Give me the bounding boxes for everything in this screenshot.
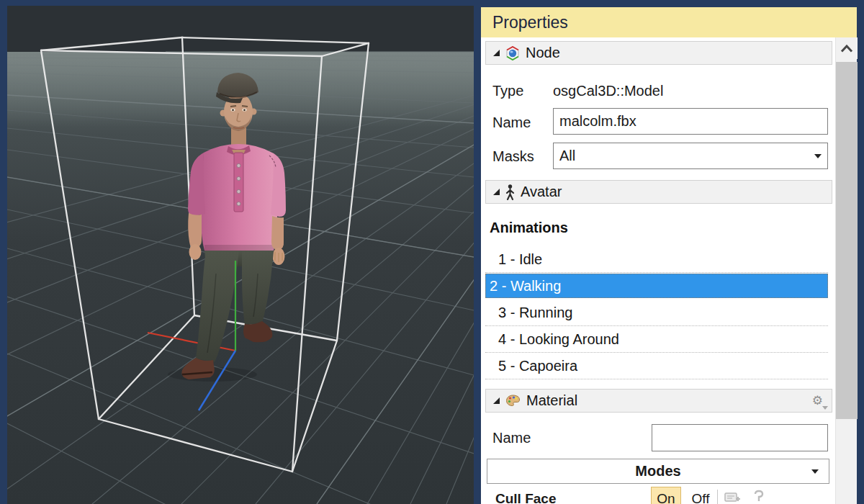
node-icon (505, 46, 520, 60)
animation-item[interactable]: 1 - Idle (485, 246, 828, 273)
name-label: Name (492, 114, 531, 131)
masks-label: Masks (492, 148, 534, 165)
animation-label: 2 - Walking (490, 278, 561, 294)
inherit-icon[interactable] (724, 491, 742, 504)
avatar-icon (505, 184, 515, 200)
3d-viewport[interactable] (7, 6, 474, 504)
animation-label: 1 - Idle (498, 251, 542, 268)
properties-panel: Node Type osgCal3D::Model Name Masks All… (481, 37, 835, 504)
cull-face-off-button[interactable]: Off (687, 487, 714, 504)
animation-item-selected[interactable]: 2 - Walking (485, 274, 828, 298)
animations-list: 1 - Idle 2 - Walking 3 - Running 4 - Loo… (485, 246, 828, 379)
modes-dropdown[interactable]: Modes (487, 459, 829, 484)
section-label-material: Material (526, 392, 577, 409)
properties-title-bar: Properties (481, 7, 857, 37)
section-header-material[interactable]: Material ⚙ (485, 389, 832, 413)
material-name-label: Name (492, 430, 531, 446)
on-label: On (657, 491, 675, 504)
chevron-up-icon (840, 45, 853, 53)
expander-icon[interactable] (493, 397, 500, 404)
scroll-up-button[interactable] (836, 37, 858, 59)
material-settings-button[interactable]: ⚙ (812, 395, 823, 407)
expander-icon[interactable] (493, 189, 500, 195)
cull-face-on-button[interactable]: On (651, 487, 681, 504)
gear-icon: ⚙ (812, 394, 823, 408)
sky (7, 6, 474, 52)
material-palette-icon (505, 395, 521, 407)
section-label-avatar: Avatar (521, 184, 562, 200)
off-label: Off (692, 491, 710, 504)
material-name-input[interactable] (652, 424, 828, 451)
animation-item[interactable]: 4 - Looking Around (485, 326, 828, 353)
3d-scene (7, 6, 474, 504)
animation-label: 5 - Capoeira (498, 358, 577, 374)
section-label-node: Node (526, 45, 560, 61)
scrollbar-thumb[interactable] (836, 62, 858, 419)
modes-label: Modes (635, 463, 680, 480)
animations-heading: Animations (490, 220, 568, 236)
divider (717, 490, 718, 504)
chevron-down-icon (814, 154, 822, 158)
type-value: osgCal3D::Model (553, 83, 663, 99)
animation-item[interactable]: 3 - Running (485, 300, 828, 326)
animation-label: 3 - Running (498, 305, 572, 321)
expander-icon[interactable] (493, 50, 500, 56)
chevron-down-icon (822, 406, 828, 410)
section-header-node[interactable]: Node (485, 41, 832, 65)
animation-item[interactable]: 5 - Capoeira (485, 353, 828, 379)
masks-value: All (559, 148, 575, 164)
cull-face-label: Cull Face (495, 491, 556, 504)
chevron-down-icon (811, 469, 819, 474)
application-window: Properties Node Type osgCal3D::Model Nam… (0, 0, 864, 504)
node-name-input[interactable] (553, 108, 828, 135)
panel-scrollbar[interactable] (835, 37, 857, 504)
masks-dropdown[interactable]: All (553, 143, 828, 169)
reset-icon[interactable] (753, 490, 765, 504)
section-header-avatar[interactable]: Avatar (485, 180, 832, 204)
type-label: Type (492, 83, 523, 99)
panel-title: Properties (492, 13, 568, 32)
animation-label: 4 - Looking Around (498, 331, 619, 348)
